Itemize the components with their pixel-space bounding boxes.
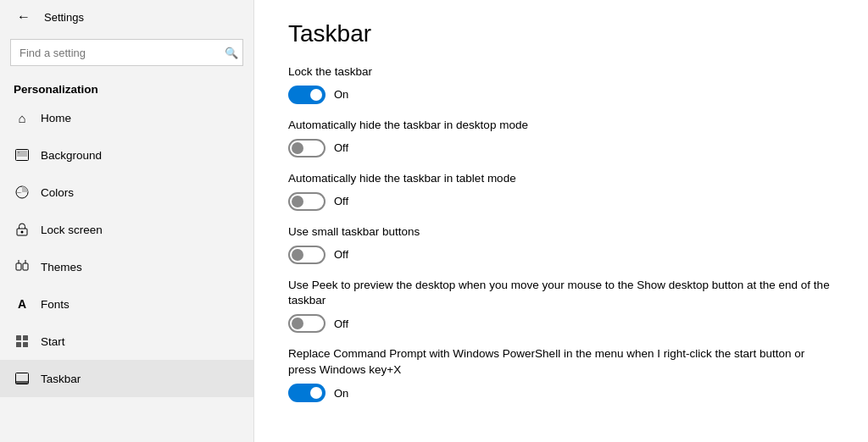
start-icon <box>14 333 31 350</box>
toggle-state-label-peek: Off <box>334 318 348 330</box>
toggle-replace-command-prompt[interactable] <box>288 384 326 402</box>
taskbar-label: Taskbar <box>41 373 81 385</box>
sidebar-item-start[interactable]: Start <box>0 323 253 360</box>
toggle-row-replace-command-prompt: On <box>288 384 834 402</box>
toggle-knob-auto-hide-tablet <box>292 196 303 207</box>
toggle-knob-auto-hide-desktop <box>292 142 303 154</box>
sidebar-item-lock-screen[interactable]: Lock screen <box>0 211 253 248</box>
svg-rect-7 <box>23 263 28 270</box>
sidebar-item-themes[interactable]: Themes <box>0 248 253 285</box>
toggle-knob-lock-taskbar <box>310 89 322 101</box>
sidebar-nav: ⌂ Home Background Colors <box>0 99 253 397</box>
setting-group-auto-hide-tablet: Automatically hide the taskbar in tablet… <box>288 171 834 211</box>
toggle-lock-taskbar[interactable] <box>288 86 326 104</box>
start-label: Start <box>41 335 65 348</box>
themes-icon <box>14 258 31 275</box>
setting-group-lock-taskbar: Lock the taskbarOn <box>288 64 834 104</box>
sidebar-item-home[interactable]: ⌂ Home <box>0 99 253 136</box>
home-icon: ⌂ <box>14 109 31 126</box>
page-title: Taskbar <box>288 20 834 47</box>
setting-label-auto-hide-tablet: Automatically hide the taskbar in tablet… <box>288 171 834 187</box>
sidebar-item-colors[interactable]: Colors <box>0 174 253 211</box>
lock-screen-label: Lock screen <box>41 224 103 236</box>
colors-icon <box>14 184 31 201</box>
background-label: Background <box>41 149 102 162</box>
settings-container: Lock the taskbarOnAutomatically hide the… <box>288 64 834 402</box>
toggle-state-label-lock-taskbar: On <box>334 88 348 101</box>
colors-label: Colors <box>41 186 74 199</box>
svg-rect-11 <box>23 335 28 340</box>
fonts-icon: A <box>14 296 31 312</box>
svg-rect-15 <box>16 381 28 384</box>
back-button[interactable]: ← <box>14 8 34 26</box>
personalization-header: Personalization <box>0 75 253 99</box>
toggle-auto-hide-desktop[interactable] <box>288 139 326 157</box>
toggle-state-label-replace-command-prompt: On <box>334 387 348 400</box>
toggle-knob-peek <box>292 318 303 329</box>
sidebar-item-background[interactable]: Background <box>0 136 253 174</box>
search-box: 🔍 <box>10 39 243 66</box>
taskbar-icon <box>14 370 31 387</box>
toggle-peek[interactable] <box>288 314 326 333</box>
search-input[interactable] <box>10 39 243 66</box>
setting-group-auto-hide-desktop: Automatically hide the taskbar in deskto… <box>288 118 834 157</box>
themes-label: Themes <box>41 261 82 273</box>
sidebar: ← Settings 🔍 Personalization ⌂ Home Back… <box>0 0 254 442</box>
toggle-state-label-auto-hide-tablet: Off <box>334 195 348 207</box>
setting-label-small-buttons: Use small taskbar buttons <box>288 224 834 240</box>
svg-rect-6 <box>16 263 21 270</box>
main-content: Taskbar Lock the taskbarOnAutomatically … <box>254 0 868 442</box>
toggle-state-label-auto-hide-desktop: Off <box>334 141 348 154</box>
setting-group-peek: Use Peek to preview the desktop when you… <box>288 278 834 334</box>
setting-label-lock-taskbar: Lock the taskbar <box>288 64 834 80</box>
toggle-small-buttons[interactable] <box>288 246 326 264</box>
svg-rect-10 <box>16 335 21 340</box>
toggle-row-auto-hide-desktop: Off <box>288 139 834 157</box>
setting-group-small-buttons: Use small taskbar buttonsOff <box>288 224 834 264</box>
setting-label-replace-command-prompt: Replace Command Prompt with Windows Powe… <box>288 346 834 378</box>
search-icon[interactable]: 🔍 <box>225 47 238 59</box>
fonts-label: Fonts <box>41 298 70 311</box>
background-icon <box>14 146 31 163</box>
setting-group-replace-command-prompt: Replace Command Prompt with Windows Powe… <box>288 346 834 402</box>
svg-rect-13 <box>23 342 28 347</box>
home-label: Home <box>41 112 71 124</box>
sidebar-item-taskbar[interactable]: Taskbar <box>0 360 253 397</box>
setting-label-auto-hide-desktop: Automatically hide the taskbar in deskto… <box>288 118 834 134</box>
toggle-state-label-small-buttons: Off <box>334 248 348 261</box>
toggle-row-peek: Off <box>288 314 834 333</box>
toggle-knob-small-buttons <box>292 249 303 261</box>
lock-screen-icon <box>14 221 31 238</box>
toggle-row-auto-hide-tablet: Off <box>288 192 834 211</box>
setting-label-peek: Use Peek to preview the desktop when you… <box>288 278 834 310</box>
toggle-row-small-buttons: Off <box>288 246 834 264</box>
settings-title: Settings <box>44 11 84 24</box>
svg-rect-12 <box>16 342 21 347</box>
svg-point-5 <box>21 231 24 234</box>
toggle-row-lock-taskbar: On <box>288 86 834 104</box>
title-bar: ← Settings <box>0 0 253 34</box>
toggle-auto-hide-tablet[interactable] <box>288 192 326 211</box>
sidebar-item-fonts[interactable]: A Fonts <box>0 285 253 323</box>
svg-point-2 <box>18 152 19 153</box>
toggle-knob-replace-command-prompt <box>310 387 322 399</box>
